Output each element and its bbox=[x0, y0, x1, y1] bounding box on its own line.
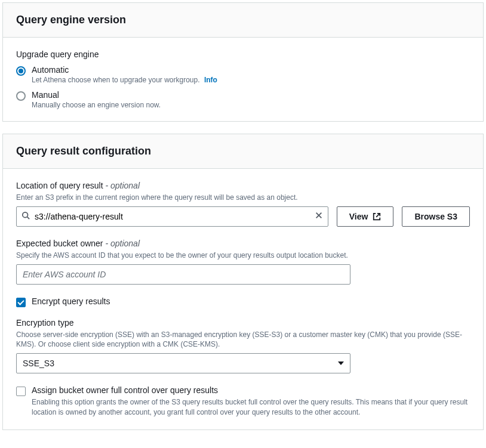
encryption-type-select[interactable]: SSE_S3 bbox=[16, 353, 350, 373]
bucket-owner-label: Expected bucket owner - optional bbox=[16, 239, 470, 248]
assign-owner-checkbox-row[interactable]: Assign bucket owner full control over qu… bbox=[16, 385, 470, 396]
location-input[interactable] bbox=[30, 207, 315, 226]
radio-manual-indicator bbox=[16, 91, 26, 101]
encrypt-checkbox-row[interactable]: Encrypt query results bbox=[16, 296, 470, 307]
panel-header: Query engine version bbox=[3, 3, 483, 38]
svg-line-1 bbox=[27, 217, 30, 220]
chevron-down-icon bbox=[338, 362, 344, 365]
query-engine-title: Query engine version bbox=[16, 14, 470, 26]
radio-automatic-text: Automatic Let Athena choose when to upgr… bbox=[32, 65, 217, 84]
location-field: Location of query result - optional Ente… bbox=[16, 181, 470, 227]
encrypt-checkbox bbox=[16, 298, 26, 307]
radio-manual-text: Manual Manually choose an engine version… bbox=[32, 90, 161, 109]
bucket-owner-field: Expected bucket owner - optional Specify… bbox=[16, 239, 470, 285]
radio-automatic[interactable]: Automatic Let Athena choose when to upgr… bbox=[16, 65, 470, 84]
radio-manual-desc: Manually choose an engine version now. bbox=[32, 101, 161, 109]
radio-automatic-title: Automatic bbox=[32, 65, 217, 75]
radio-manual-title: Manual bbox=[32, 90, 161, 100]
panel-body: Location of query result - optional Ente… bbox=[3, 169, 483, 430]
panel-header: Query result configuration bbox=[3, 134, 483, 169]
clear-icon[interactable] bbox=[315, 211, 323, 221]
assign-owner-checkbox bbox=[16, 387, 26, 396]
bucket-owner-desc: Specify the AWS account ID that you expe… bbox=[16, 251, 470, 261]
radio-manual[interactable]: Manual Manually choose an engine version… bbox=[16, 90, 470, 109]
encryption-type-selected: SSE_S3 bbox=[23, 359, 54, 368]
query-result-config-panel: Query result configuration Location of q… bbox=[2, 134, 484, 430]
encryption-type-label: Encryption type bbox=[16, 318, 470, 327]
encryption-type-field: Encryption type Choose server-side encry… bbox=[16, 318, 470, 374]
panel-body: Upgrade query engine Automatic Let Athen… bbox=[3, 38, 483, 121]
view-button[interactable]: View bbox=[337, 206, 394, 227]
encrypt-field: Encrypt query results bbox=[16, 296, 470, 307]
bucket-owner-input[interactable] bbox=[16, 264, 350, 285]
browse-s3-button[interactable]: Browse S3 bbox=[402, 206, 470, 227]
location-desc: Enter an S3 prefix in the current region… bbox=[16, 193, 470, 203]
search-icon bbox=[21, 211, 30, 221]
query-engine-panel: Query engine version Upgrade query engin… bbox=[2, 2, 484, 122]
external-link-icon bbox=[373, 212, 381, 221]
assign-owner-field: Assign bucket owner full control over qu… bbox=[16, 385, 470, 418]
location-label: Location of query result - optional bbox=[16, 181, 470, 190]
assign-owner-label: Assign bucket owner full control over qu… bbox=[32, 385, 218, 395]
assign-owner-desc: Enabling this option grants the owner of… bbox=[32, 397, 470, 418]
upgrade-engine-label: Upgrade query engine bbox=[16, 50, 470, 59]
encryption-type-desc: Choose server-side encryption (SSE) with… bbox=[16, 330, 470, 350]
radio-automatic-indicator bbox=[16, 66, 26, 76]
radio-automatic-desc: Let Athena choose when to upgrade your w… bbox=[32, 76, 217, 84]
location-row: View Browse S3 bbox=[16, 206, 470, 227]
location-input-wrap[interactable] bbox=[16, 206, 328, 227]
info-link[interactable]: Info bbox=[204, 76, 217, 84]
encrypt-label: Encrypt query results bbox=[32, 296, 110, 306]
result-config-title: Query result configuration bbox=[16, 145, 470, 157]
svg-point-0 bbox=[23, 212, 28, 218]
